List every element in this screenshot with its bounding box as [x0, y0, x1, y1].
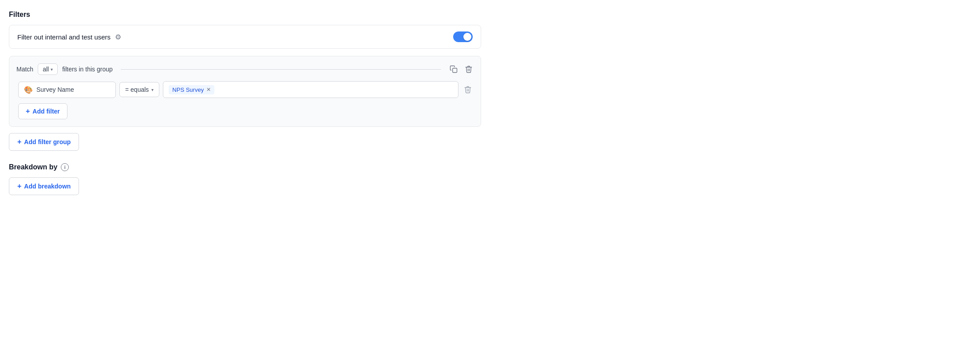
add-breakdown-plus-icon: + — [17, 182, 21, 190]
match-select[interactable]: all ▾ — [38, 63, 58, 75]
svg-rect-0 — [453, 68, 457, 73]
copy-group-button[interactable] — [449, 64, 458, 74]
chevron-down-icon: ▾ — [51, 67, 53, 72]
toggle-container — [453, 31, 473, 42]
tag-label: NPS Survey — [172, 86, 204, 93]
match-label: Match — [16, 66, 33, 73]
tag-remove-icon[interactable]: ✕ — [206, 87, 211, 92]
value-tag: NPS Survey ✕ — [169, 85, 214, 94]
survey-icon: 🎨 — [24, 86, 33, 94]
operator-chevron-icon: ▾ — [151, 87, 154, 92]
filter-row: 🎨 Survey Name = equals ▾ NPS Survey ✕ — [18, 81, 474, 98]
filter-out-label: Filter out internal and test users — [17, 33, 111, 41]
filters-in-group-label: filters in this group — [62, 66, 113, 73]
add-filter-group-label: Add filter group — [24, 138, 71, 145]
toggle-switch[interactable] — [453, 31, 473, 42]
filter-group: Match all ▾ filters in this group — [9, 56, 481, 127]
value-container[interactable]: NPS Survey ✕ — [163, 81, 458, 98]
info-icon: i — [61, 163, 69, 171]
operator-selector[interactable]: = equals ▾ — [119, 82, 159, 97]
add-breakdown-button[interactable]: + Add breakdown — [9, 177, 79, 195]
match-divider — [121, 69, 441, 70]
add-breakdown-label: Add breakdown — [24, 183, 71, 190]
section-title: Filters — [9, 11, 481, 19]
field-label: Survey Name — [36, 86, 74, 93]
match-value: all — [43, 66, 49, 73]
plus-icon: + — [26, 107, 30, 115]
breakdown-label: Breakdown by — [9, 163, 57, 171]
delete-group-button[interactable] — [464, 64, 474, 74]
operator-label: = equals — [125, 86, 149, 93]
match-actions — [449, 64, 474, 74]
filter-field-selector[interactable]: 🎨 Survey Name — [18, 82, 116, 98]
breakdown-section: Breakdown by i + Add breakdown — [9, 163, 481, 195]
add-group-plus-icon: + — [17, 138, 21, 146]
add-filter-button[interactable]: + Add filter — [18, 103, 67, 119]
filter-out-box: Filter out internal and test users ⚙ — [9, 25, 481, 49]
delete-filter-button[interactable] — [462, 84, 474, 95]
breakdown-title: Breakdown by i — [9, 163, 481, 171]
add-filter-label: Add filter — [32, 108, 59, 115]
filter-out-left: Filter out internal and test users ⚙ — [17, 33, 121, 41]
add-filter-group-button[interactable]: + Add filter group — [9, 133, 79, 151]
match-row: Match all ▾ filters in this group — [16, 63, 474, 75]
gear-icon[interactable]: ⚙ — [115, 33, 121, 41]
